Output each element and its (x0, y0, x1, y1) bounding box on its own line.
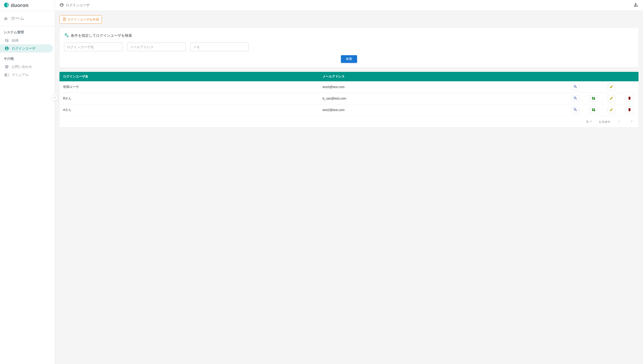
search-card: 条件を指定してログインユーザを検索 検索 (60, 28, 638, 67)
search-button[interactable]: 検索 (341, 55, 357, 63)
search-name-input[interactable] (64, 42, 122, 51)
chevron-right-icon (630, 120, 634, 124)
sidebar-item-home[interactable]: ホーム (0, 11, 55, 26)
logo[interactable]: duoron (0, 0, 55, 11)
pagination: 5 1–3 of 3 (60, 116, 638, 128)
org-icon (592, 96, 596, 101)
trash-icon (628, 96, 632, 101)
org-button[interactable] (590, 106, 597, 113)
col-header-name: ログインユーザ名 (60, 72, 319, 81)
search-icon (574, 85, 578, 90)
sidebar-item-label: ログインユーザ (12, 46, 35, 51)
sidebar-item-help[interactable]: お問い合わせ (0, 62, 55, 71)
sidebar-item-label: お問い合わせ (12, 65, 32, 69)
delete-button[interactable] (626, 106, 633, 113)
page-size-value: 5 (587, 120, 588, 124)
topbar: ログインユーザ (55, 0, 643, 11)
view-button[interactable] (572, 84, 579, 90)
results-table: ログインユーザ名 メールアドレス 初期ユーザtest3@test.comBさんb… (60, 72, 638, 116)
edit-button[interactable] (608, 95, 615, 102)
cell-name: Bさん (60, 93, 319, 104)
next-page-button[interactable] (628, 118, 635, 125)
org-button[interactable] (590, 95, 597, 102)
cell-email: b_san@test.com (319, 93, 566, 104)
sidebar-item-label: 組織 (12, 38, 18, 42)
cell-email: test2@test.com (319, 104, 566, 116)
cell-email: test3@test.com (319, 81, 566, 93)
sidebar-item-label: マニュアル (12, 73, 28, 77)
page-title: ログインユーザ (66, 3, 90, 8)
sidebar-collapse-button[interactable] (52, 94, 58, 101)
org-icon (592, 108, 596, 112)
create-user-button[interactable]: ログインユーザを作成 (60, 15, 102, 24)
results-table-card: ログインユーザ名 メールアドレス 初期ユーザtest3@test.comBさんb… (60, 72, 638, 128)
user-circle-icon (60, 3, 64, 8)
view-button[interactable] (572, 95, 579, 102)
search-email-input[interactable] (127, 42, 186, 51)
sidebar-item-user[interactable]: ログインユーザ (0, 44, 53, 52)
cell-name: Aさん (60, 104, 319, 116)
user-icon (4, 46, 9, 51)
search-icon (574, 96, 578, 101)
prev-page-button[interactable] (616, 118, 622, 125)
edit-button[interactable] (608, 106, 615, 113)
pencil-icon (610, 108, 614, 112)
home-icon (4, 16, 8, 21)
sidebar-item-org[interactable]: 組織 (0, 36, 55, 44)
help-icon (4, 64, 9, 69)
table-row: Bさんb_san@test.com (60, 93, 638, 104)
edit-button[interactable] (608, 84, 615, 90)
table-row: Aさんtest2@test.com (60, 104, 638, 116)
cell-name: 初期ユーザ (60, 81, 319, 93)
search-document-icon (64, 33, 69, 38)
document-plus-icon (62, 17, 66, 22)
sidebar-home-label: ホーム (11, 15, 24, 22)
dropdown-arrow-icon (589, 120, 593, 124)
table-row: 初期ユーザtest3@test.com (60, 81, 638, 93)
create-user-label: ログインユーザを作成 (67, 18, 99, 22)
nav-section-title: その他 (0, 56, 55, 62)
search-title-text: 条件を指定してログインユーザを検索 (71, 33, 132, 38)
sidebar-item-book[interactable]: マニュアル (0, 71, 55, 79)
pencil-icon (610, 85, 614, 90)
search-icon (574, 108, 578, 112)
delete-button[interactable] (626, 95, 633, 102)
nav-section-title: システム管理 (0, 29, 55, 36)
col-header-email: メールアドレス (319, 72, 566, 81)
book-icon (4, 72, 9, 77)
view-button[interactable] (572, 106, 579, 113)
sidebar: duoron ホーム システム管理組織ログインユーザその他お問い合わせマニュアル (0, 0, 55, 364)
chevron-left-icon (617, 120, 621, 124)
logo-text: duoron (11, 2, 28, 8)
search-memo-input[interactable] (190, 42, 249, 51)
page-size-select[interactable]: 5 (587, 120, 593, 124)
chevron-left-icon (53, 96, 56, 100)
org-icon (4, 38, 9, 42)
user-settings-icon[interactable] (634, 2, 638, 8)
pencil-icon (610, 96, 614, 101)
page-range: 1–3 of 3 (599, 120, 610, 124)
trash-icon (628, 108, 632, 112)
logo-icon (4, 2, 10, 8)
main: ログインユーザ ログインユーザを作成 条件を指定して (55, 0, 643, 364)
